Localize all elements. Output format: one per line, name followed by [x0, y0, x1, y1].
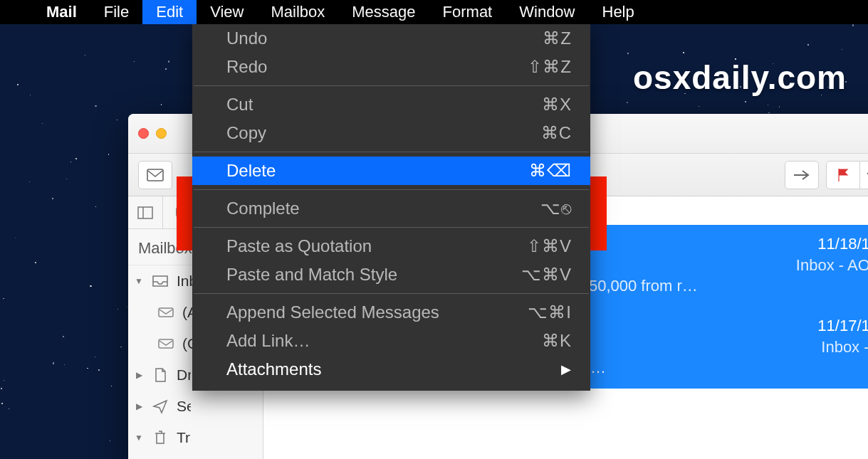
menu-message[interactable]: Message — [338, 0, 429, 24]
menu-separator — [194, 227, 589, 228]
menu-item-shortcut: ⌘C — [541, 123, 572, 143]
close-window-button[interactable] — [138, 128, 149, 139]
menu-format[interactable]: Format — [429, 0, 506, 24]
menu-separator — [194, 293, 589, 294]
trash-icon — [151, 430, 169, 445]
flag-dropdown-button[interactable] — [860, 161, 868, 189]
flag-button[interactable] — [826, 161, 860, 189]
menu-item-label: Undo — [226, 28, 267, 48]
menu-item-shortcut: ⇧⌘V — [527, 236, 572, 256]
menu-item-label: Paste and Match Style — [226, 265, 397, 285]
menu-item-label: Copy — [226, 123, 266, 143]
sidebar-label: Sent — [177, 398, 191, 415]
mailbox-icon — [157, 307, 175, 318]
submenu-arrow-icon: ▶ — [561, 362, 572, 377]
compose-button[interactable] — [138, 161, 172, 189]
menu-item-label: Attachments — [226, 359, 321, 379]
edit-menu-dropdown: Undo⌘ZRedo⇧⌘ZCut⌘XCopy⌘CDelete⌘⌫Complete… — [192, 24, 590, 391]
disclosure-triangle-icon[interactable]: ▶ — [134, 370, 144, 380]
minimize-window-button[interactable] — [156, 128, 167, 139]
menu-item-shortcut: ⌘X — [542, 95, 572, 115]
menu-item-cut: Cut⌘X — [192, 90, 590, 119]
menu-item-label: Complete — [226, 199, 300, 218]
disclosure-triangle-icon[interactable]: ▼ — [134, 276, 144, 286]
sidebar-item-trash[interactable]: ▼ Trash — [128, 422, 263, 453]
menu-item-label: Redo — [226, 57, 267, 77]
svg-rect-3 — [159, 308, 173, 317]
message-date: 11/18/15 — [817, 233, 868, 255]
menu-item-paste-and-match-style: Paste and Match Style⌥⌘V — [192, 260, 590, 289]
disclosure-triangle-icon[interactable]: ▼ — [134, 433, 144, 443]
sidebar-item-sent[interactable]: ▶ Sent — [128, 391, 263, 422]
menu-item-shortcut: ⇧⌘Z — [528, 57, 572, 77]
menu-item-redo: Redo⇧⌘Z — [192, 53, 590, 81]
menu-item-copy: Copy⌘C — [192, 119, 590, 147]
message-location: Inbox - ( — [821, 337, 868, 358]
menu-item-attachments[interactable]: Attachments▶ — [192, 355, 590, 384]
paper-plane-icon — [151, 399, 169, 414]
message-location: Inbox - AOL — [796, 255, 868, 276]
menu-item-shortcut: ⌥⌘V — [521, 265, 572, 285]
menu-item-delete[interactable]: Delete⌘⌫ — [192, 157, 590, 185]
menu-separator — [194, 152, 589, 152]
menu-view[interactable]: View — [197, 0, 257, 24]
disclosure-triangle-icon[interactable]: ▶ — [134, 401, 144, 411]
menu-item-undo: Undo⌘Z — [192, 24, 590, 53]
sidebar-label: Drafts — [177, 366, 191, 384]
message-date: 11/17/15 — [817, 315, 868, 337]
menu-item-append-selected-messages: Append Selected Messages⌥⌘I — [192, 298, 590, 327]
svg-rect-0 — [147, 169, 163, 181]
menubar: Mail File Edit View Mailbox Message Form… — [0, 0, 868, 24]
menu-app[interactable]: Mail — [33, 0, 90, 24]
menu-window[interactable]: Window — [506, 0, 588, 24]
menu-item-label: Delete — [226, 161, 276, 181]
svg-rect-1 — [138, 207, 152, 218]
menu-item-shortcut: ⌥⌘I — [528, 302, 572, 322]
menu-help[interactable]: Help — [589, 0, 648, 24]
watermark-text: osxdaily.com — [633, 58, 847, 97]
menu-separator — [194, 189, 589, 190]
menu-item-add-link: Add Link…⌘K — [192, 327, 590, 355]
menu-file[interactable]: File — [90, 0, 142, 24]
sidebar-label: Trash — [177, 429, 191, 446]
menu-edit[interactable]: Edit — [142, 0, 197, 24]
menu-item-label: Add Link… — [226, 331, 310, 351]
menu-item-shortcut: ⌘Z — [543, 28, 572, 48]
menu-item-paste-as-quotation: Paste as Quotation⇧⌘V — [192, 232, 590, 260]
menu-item-label: Cut — [226, 95, 253, 115]
menu-item-shortcut: ⌥⎋ — [540, 199, 572, 218]
menu-item-shortcut: ⌘K — [542, 331, 572, 351]
svg-rect-4 — [159, 339, 173, 348]
forward-button[interactable] — [785, 161, 819, 189]
menu-item-label: Paste as Quotation — [226, 236, 372, 256]
document-icon — [151, 367, 169, 383]
sidebar-layout-toggle[interactable] — [128, 196, 162, 228]
menu-item-shortcut: ⌘⌫ — [529, 161, 572, 181]
menu-mailbox[interactable]: Mailbox — [257, 0, 338, 24]
mailbox-icon — [157, 338, 175, 349]
menu-item-label: Append Selected Messages — [226, 302, 439, 322]
inbox-icon — [151, 275, 169, 287]
menu-item-complete: Complete⌥⎋ — [192, 194, 590, 223]
menu-separator — [194, 85, 589, 86]
